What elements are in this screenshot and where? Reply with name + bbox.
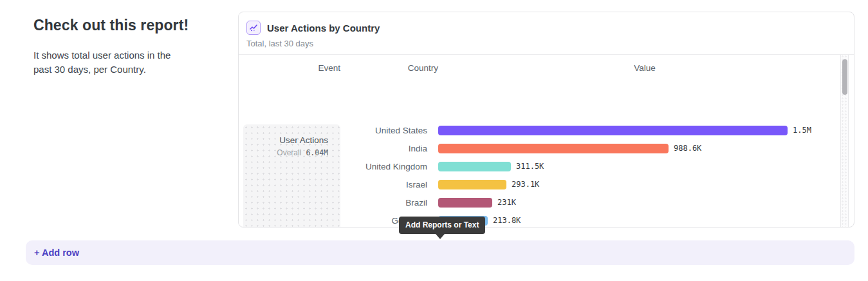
country-label: United States [239,126,438,135]
description-line: past 30 days, per Country. [33,63,214,77]
country-label: India [239,144,438,153]
country-label: Brazil [239,198,438,208]
chart-scrollbar-thumb[interactable] [842,59,847,95]
chart-row: United Kingdom311.5K [239,157,840,175]
report-card: User Actions by Country Total, last 30 d… [238,12,854,228]
country-label: United Kingdom [239,162,438,171]
tooltip-arrow-icon [436,234,445,239]
add-row-button[interactable]: + Add row [26,240,854,265]
bar-value-label: 213.8K [493,216,521,225]
bar-value-label: 988.6K [674,144,701,153]
report-page: Check out this report! It shows total us… [0,0,868,281]
chart-row: Israel293.1K [239,175,840,193]
chart-row: India988.6K [239,139,840,157]
card-title: User Actions by Country [267,23,380,34]
bar-value-label: 231K [497,198,516,207]
column-headers: Event Country Value [239,63,854,73]
page-description: It shows total user actions in the past … [33,48,214,77]
column-header-value: Value [449,63,840,73]
bar-value-label: 311.5K [516,162,544,171]
bar-value-label: 293.1K [512,180,539,189]
bar-segment[interactable] [438,162,511,171]
chart-row: Brazil231K [239,193,840,211]
bar-segment[interactable] [438,198,492,208]
card-subtitle: Total, last 30 days [246,39,846,48]
add-row-label: + Add row [34,247,79,258]
chart-rows: United States1.5MIndia988.6KUnited Kingd… [239,121,840,228]
bar-segment[interactable] [438,180,506,189]
chart-row: United States1.5M [239,121,840,139]
intro-section: Check out this report! It shows total us… [33,17,214,77]
tooltip-label: Add Reports or Text [405,220,479,229]
column-header-event: Event [239,63,340,73]
description-line: It shows total user actions in the [33,48,214,63]
bar-value-label: 1.5M [793,126,811,135]
bar-segment[interactable] [438,126,788,135]
add-reports-tooltip: Add Reports or Text [399,217,485,234]
card-header: User Actions by Country Total, last 30 d… [239,12,854,48]
chart-table: Event Country Value User Actions Overall… [239,55,854,228]
chart-scrollbar-track[interactable] [840,55,849,228]
chart-row: Germany213.8K [239,211,840,228]
page-title: Check out this report! [33,17,214,34]
country-label: Israel [239,180,438,189]
bar-segment[interactable] [438,144,669,153]
column-header-country: Country [340,63,438,73]
line-chart-icon [246,21,261,35]
